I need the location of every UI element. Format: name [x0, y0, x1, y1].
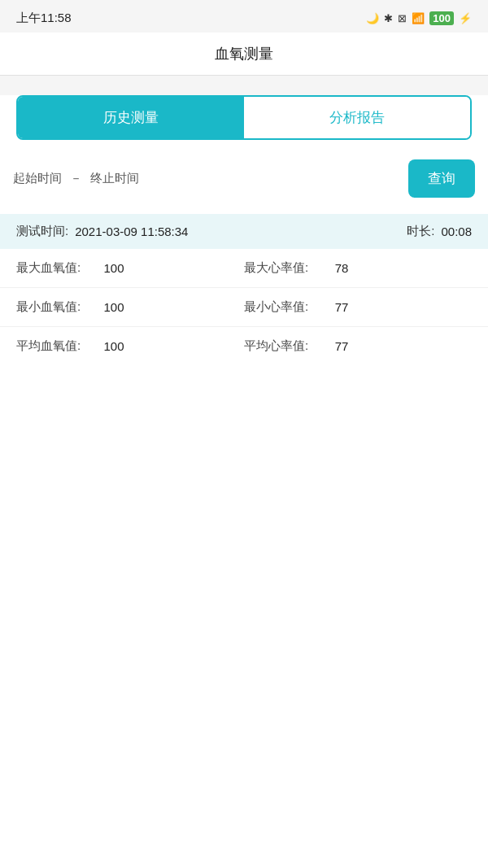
table-row: 平均血氧值: 100 平均心率值: 77: [0, 327, 488, 365]
wifi-icon: 📶: [412, 12, 425, 24]
avg-hr-label: 平均心率值:: [244, 338, 317, 354]
status-bar: 上午11:58 🌙 ✱ ⊠ 📶 100 ⚡: [0, 0, 488, 33]
result-card-header: 测试时间: 2021-03-09 11:58:34 时长: 00:08: [0, 214, 488, 249]
min-hr-value: 77: [325, 300, 358, 314]
battery-icon: 100: [429, 11, 454, 25]
avg-hr-value: 77: [325, 339, 358, 353]
max-spo2-label: 最大血氧值:: [16, 260, 89, 276]
tab-history[interactable]: 历史测量: [18, 97, 244, 138]
avg-spo2-value: 100: [98, 339, 130, 353]
tab-report[interactable]: 分析报告: [244, 97, 470, 138]
duration-label: 时长:: [407, 224, 434, 239]
end-time-label: 终止时间: [90, 171, 139, 186]
filter-row: 起始时间 － 终止时间 查询: [13, 159, 475, 198]
bluetooth-icon: ✱: [384, 12, 393, 24]
avg-spo2-label: 平均血氧值:: [16, 338, 89, 354]
min-hr-label: 最小心率值:: [244, 299, 317, 315]
page-title: 血氧测量: [0, 44, 488, 63]
charging-icon: ⚡: [459, 12, 472, 24]
nfc-icon: ⊠: [398, 12, 407, 24]
moon-icon: 🌙: [366, 12, 379, 24]
start-time-label: 起始时间: [13, 171, 62, 186]
date-separator: －: [70, 171, 82, 186]
avg-hr-col: 平均心率值: 77: [244, 338, 472, 354]
duration-value: 00:08: [441, 225, 472, 238]
table-row: 最小血氧值: 100 最小心率值: 77: [0, 288, 488, 327]
max-hr-col: 最大心率值: 78: [244, 260, 472, 276]
result-header-row: 测试时间: 2021-03-09 11:58:34 时长: 00:08: [16, 224, 472, 239]
time-label: 测试时间:: [16, 224, 68, 239]
min-spo2-label: 最小血氧值:: [16, 299, 89, 315]
status-time: 上午11:58: [16, 11, 72, 26]
table-row: 最大血氧值: 100 最大心率值: 78: [0, 249, 488, 288]
max-spo2-value: 100: [98, 261, 130, 275]
time-value: 2021-03-09 11:58:34: [75, 225, 188, 238]
data-rows: 最大血氧值: 100 最大心率值: 78 最小血氧值: 100 最小心率值: 7…: [0, 249, 488, 365]
tab-switcher: 历史测量 分析报告: [16, 95, 472, 140]
max-spo2-col: 最大血氧值: 100: [16, 260, 244, 276]
main-content: 历史测量 分析报告 起始时间 － 终止时间 查询 测试时间: 2021-03-0…: [0, 95, 488, 868]
max-hr-label: 最大心率值:: [244, 260, 317, 276]
min-spo2-value: 100: [98, 300, 130, 314]
avg-spo2-col: 平均血氧值: 100: [16, 338, 244, 354]
min-spo2-col: 最小血氧值: 100: [16, 299, 244, 315]
query-button[interactable]: 查询: [408, 159, 475, 198]
status-icons: 🌙 ✱ ⊠ 📶 100 ⚡: [366, 11, 472, 25]
title-bar: 血氧测量: [0, 33, 488, 76]
max-hr-value: 78: [325, 261, 358, 275]
min-hr-col: 最小心率值: 77: [244, 299, 472, 315]
